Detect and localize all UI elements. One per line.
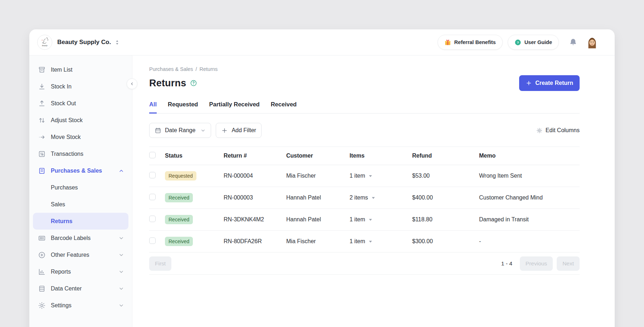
row-checkbox[interactable] [149, 194, 156, 200]
chevron-down-icon [200, 128, 206, 133]
company-logo: beauty [37, 35, 52, 50]
items-count: 2 items [350, 194, 368, 201]
date-range-label: Date Range [165, 127, 195, 134]
sidebar-item-stock-out[interactable]: Stock Out [29, 95, 132, 112]
sidebar-item-label: Barcode Labels [51, 235, 118, 241]
table-row[interactable]: Requested RN-000004 Mia Fischer 1 item $… [149, 165, 580, 187]
sidebar-item-label: Purchases [51, 184, 78, 191]
referral-benefits-button[interactable]: Referral Benefits [438, 35, 503, 50]
table-row[interactable]: Received RN-80DFA26R Mia Fischer 1 item … [149, 231, 580, 253]
user-guide-button[interactable]: ? User Guide [508, 35, 559, 50]
column-header-refund: Refund [412, 153, 479, 159]
sidebar-item-purchases-sales[interactable]: Purchases & Sales [29, 162, 132, 179]
memo-text: Wrong Item Sent [479, 173, 580, 179]
chevron-down-icon [118, 235, 124, 241]
previous-page-button[interactable]: Previous [520, 256, 553, 271]
refund-amount: $118.80 [412, 216, 479, 223]
table-row[interactable]: Received RN-3DKNK4M2 Hannah Patel 1 item… [149, 209, 580, 231]
svg-text:beauty: beauty [42, 44, 48, 47]
collapse-sidebar-button[interactable] [127, 78, 137, 89]
sidebar-item-sales[interactable]: Sales [29, 196, 132, 213]
sidebar-item-barcode-labels[interactable]: Barcode Labels [29, 230, 132, 246]
plus-circle-icon [38, 251, 46, 259]
sidebar-item-label: Stock In [51, 83, 124, 90]
box-icon [38, 66, 46, 74]
column-header-return-no: Return # [224, 153, 286, 159]
sidebar-item-move-stock[interactable]: Move Stock [29, 129, 132, 145]
filter-bar: Date Range Add Filter [149, 123, 580, 138]
tab-received[interactable]: Received [271, 101, 297, 114]
breadcrumb: Purchases & Sales / Returns [149, 66, 580, 72]
tab-requested[interactable]: Requested [168, 101, 198, 114]
status-tabs: All Requested Partially Received Receive… [149, 101, 580, 114]
sidebar-item-data-center[interactable]: Data Center [29, 280, 132, 297]
desktop-background: beauty Beauty Supply Co. Re [0, 0, 644, 327]
sidebar-item-transactions[interactable]: Transactions [29, 145, 132, 162]
column-header-status: Status [165, 153, 224, 159]
sidebar-item-purchases[interactable]: Purchases [29, 179, 132, 196]
edit-columns-button[interactable]: Edit Columns [536, 127, 580, 134]
tab-partially-received[interactable]: Partially Received [209, 101, 259, 114]
sidebar-item-item-list[interactable]: Item List [29, 61, 132, 78]
breadcrumb-returns[interactable]: Returns [200, 66, 218, 72]
gift-icon [444, 39, 451, 46]
sidebar-item-returns[interactable]: Returns [33, 213, 128, 230]
returns-table: Status Return # Customer Items Refund Me… [149, 146, 580, 275]
row-checkbox[interactable] [149, 172, 156, 178]
items-dropdown[interactable]: 1 item [350, 173, 412, 179]
sidebar-item-label: Transactions [51, 151, 124, 157]
caret-down-icon [371, 196, 375, 200]
select-all-checkbox[interactable] [149, 152, 156, 158]
main-content: Purchases & Sales / Returns Returns [132, 56, 615, 327]
customer-name: Mia Fischer [286, 173, 350, 179]
svg-text:?: ? [517, 40, 519, 44]
breadcrumb-separator: / [196, 66, 197, 72]
return-number: RN-80DFA26R [224, 238, 286, 245]
chevron-down-icon [118, 286, 124, 292]
row-checkbox[interactable] [149, 216, 156, 222]
next-page-button[interactable]: Next [557, 256, 580, 271]
first-page-button[interactable]: First [149, 256, 171, 271]
sidebar-item-label: Settings [51, 302, 118, 309]
notifications-button[interactable] [569, 38, 577, 47]
user-avatar[interactable] [585, 35, 599, 49]
status-badge: Received [165, 193, 193, 202]
user-guide-label: User Guide [525, 39, 552, 45]
company-name: Beauty Supply Co. [57, 39, 111, 46]
company-switcher[interactable]: Beauty Supply Co. [57, 39, 119, 46]
row-checkbox[interactable] [149, 237, 156, 244]
sidebar-item-stock-in[interactable]: Stock In [29, 78, 132, 95]
sidebar-item-reports[interactable]: Reports [29, 263, 132, 280]
sidebar-item-adjust-stock[interactable]: Adjust Stock [29, 112, 132, 129]
date-range-dropdown[interactable]: Date Range [149, 123, 211, 138]
breadcrumb-purchases-sales[interactable]: Purchases & Sales [149, 66, 193, 72]
tab-all[interactable]: All [149, 101, 157, 114]
plus-icon [221, 127, 228, 134]
company-switcher-icon [115, 40, 119, 45]
add-filter-button[interactable]: Add Filter [216, 123, 261, 138]
column-header-memo: Memo [479, 153, 580, 159]
transactions-icon [38, 150, 46, 158]
items-dropdown[interactable]: 1 item [350, 238, 412, 245]
calendar-icon [155, 127, 161, 134]
sidebar: Item List Stock In Stock Out [29, 56, 132, 327]
column-header-items: Items [350, 153, 412, 159]
pagination: First 1 - 4 Previous Next [149, 253, 580, 275]
beauty-logo-icon: beauty [38, 35, 52, 49]
items-dropdown[interactable]: 1 item [350, 216, 412, 223]
items-dropdown[interactable]: 2 items [350, 194, 412, 201]
sidebar-item-label: Stock Out [51, 100, 124, 107]
caret-down-icon [369, 240, 372, 244]
items-count: 1 item [350, 238, 365, 245]
gear-icon [38, 302, 46, 309]
chevron-down-icon [118, 269, 124, 275]
create-return-button[interactable]: Create Return [519, 75, 580, 91]
adjust-stock-icon [38, 116, 46, 124]
sidebar-item-other-features[interactable]: Other Features [29, 246, 132, 263]
memo-text: Damaged in Transit [479, 216, 580, 223]
chevron-up-icon [118, 168, 124, 174]
page-help-icon[interactable] [190, 80, 197, 87]
sidebar-item-settings[interactable]: Settings [29, 297, 132, 314]
memo-text: - [479, 238, 580, 245]
table-row[interactable]: Received RN-000003 Hannah Patel 2 items … [149, 187, 580, 209]
